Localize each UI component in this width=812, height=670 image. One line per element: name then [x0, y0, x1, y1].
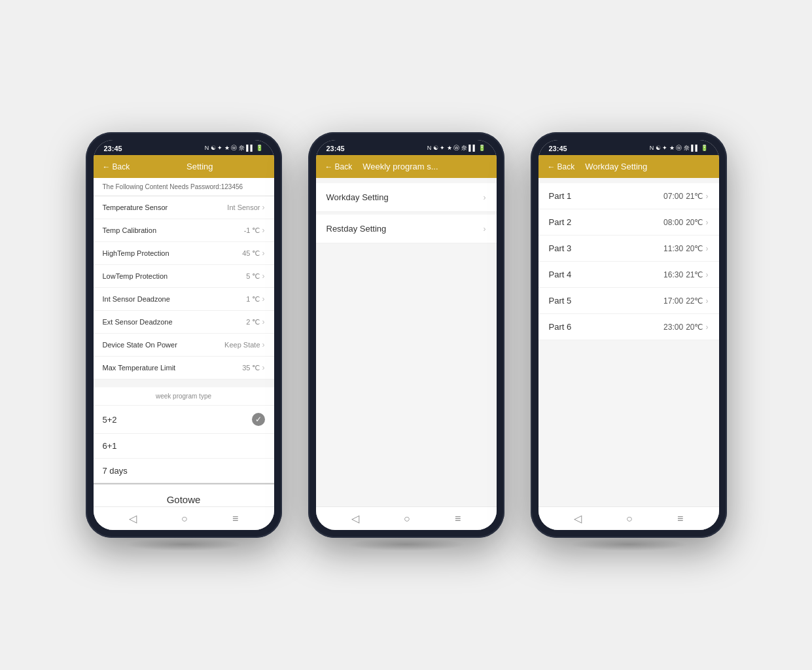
chevron-4: › — [262, 294, 265, 304]
setting-value-1: -1 ℃ › — [244, 226, 265, 235]
part-value-0: 07:00 21℃ › — [663, 192, 708, 201]
nav-menu-3[interactable]: ≡ — [677, 513, 683, 525]
part-item-0[interactable]: Part 1 07:00 21℃ › — [538, 183, 719, 209]
phone-1-screen: 23:45 N ☯ ✦ ★ ⓦ 奈 ▌▌ 🔋 ← Back Setting Th… — [94, 140, 274, 530]
chevron-0: › — [262, 203, 265, 212]
part-value-5: 23:00 20℃ › — [663, 323, 708, 332]
setting-temperature-sensor[interactable]: Temperature Sensor Int Sensor › — [94, 196, 274, 219]
part-chevron-2: › — [706, 244, 709, 253]
app-header-2: ← Back Weekly program s... — [316, 155, 497, 178]
week-option-2[interactable]: 7 days — [94, 459, 274, 484]
setting-value-0: Int Sensor › — [227, 203, 264, 212]
week-option-0[interactable]: 5+2 ✓ — [94, 406, 274, 434]
screen-content-1: The Following Content Needs Password:123… — [94, 178, 274, 506]
gotowe-button[interactable]: Gotowe — [94, 484, 274, 506]
part-item-1[interactable]: Part 2 08:00 20℃ › — [538, 209, 719, 236]
nav-menu-2[interactable]: ≡ — [455, 513, 461, 525]
back-label-3: Back — [557, 162, 575, 171]
phone-1: 23:45 N ☯ ✦ ★ ⓦ 奈 ▌▌ 🔋 ← Back Setting Th… — [86, 132, 282, 538]
part-item-4[interactable]: Part 5 17:00 22℃ › — [538, 288, 719, 314]
menu-workday-label: Workday Setting — [327, 192, 389, 202]
part-item-5[interactable]: Part 6 23:00 20℃ › — [538, 314, 719, 340]
setting-value-6: Keep State › — [224, 340, 264, 349]
back-button-2[interactable]: ← Back — [325, 162, 353, 171]
part-chevron-4: › — [706, 296, 709, 306]
screen-content-2: Workday Setting › Restday Setting › — [316, 178, 497, 506]
nav-home-2[interactable]: ○ — [404, 513, 410, 525]
back-arrow-3: ← — [548, 162, 556, 171]
status-bar-1: 23:45 N ☯ ✦ ★ ⓦ 奈 ▌▌ 🔋 — [94, 140, 274, 155]
page-title-2: Weekly program s... — [362, 162, 487, 171]
setting-label-5: Ext Sensor Deadzone — [103, 318, 173, 326]
status-icons-3: N ☯ ✦ ★ ⓦ 奈 ▌▌ 🔋 — [650, 144, 709, 152]
time-3: 23:45 — [549, 145, 567, 152]
part-item-3[interactable]: Part 4 16:30 21℃ › — [538, 262, 719, 288]
back-button-1[interactable]: ← Back — [103, 162, 130, 171]
app-header-3: ← Back Workday Setting — [538, 155, 719, 178]
screen-content-3: Part 1 07:00 21℃ › Part 2 08:00 20℃ › — [538, 178, 719, 506]
part-value-1: 08:00 20℃ › — [663, 218, 708, 227]
part-value-2: 11:30 20℃ › — [663, 244, 708, 253]
part-value-4: 17:00 22℃ › — [663, 296, 708, 306]
part-chevron-5: › — [706, 323, 709, 332]
setting-label-3: LowTemp Protection — [103, 272, 168, 280]
setting-label-6: Device State On Power — [103, 341, 177, 349]
part-label-0: Part 1 — [549, 191, 572, 201]
back-arrow-2: ← — [325, 162, 333, 171]
part-chevron-0: › — [706, 192, 709, 201]
setting-ext-sensor-deadzone[interactable]: Ext Sensor Deadzone 2 ℃ › — [94, 311, 274, 334]
nav-home-1[interactable]: ○ — [181, 513, 188, 525]
phone-2: 23:45 N ☯ ✦ ★ ⓦ 奈 ▌▌ 🔋 ← Back Weekly pro… — [308, 132, 504, 538]
nav-home-3[interactable]: ○ — [626, 513, 633, 525]
part-chevron-3: › — [706, 270, 709, 279]
settings-list: Temperature Sensor Int Sensor › Temp Cal… — [94, 196, 274, 379]
back-label-2: Back — [335, 162, 353, 171]
setting-value-7: 35 ℃ › — [242, 363, 264, 372]
part-item-2[interactable]: Part 3 11:30 20℃ › — [538, 236, 719, 262]
password-notice: The Following Content Needs Password:123… — [94, 178, 274, 196]
menu-restday-setting[interactable]: Restday Setting › — [316, 215, 497, 243]
page-title-1: Setting — [135, 162, 264, 171]
setting-device-state[interactable]: Device State On Power Keep State › — [94, 334, 274, 357]
time-1: 23:45 — [104, 145, 122, 152]
setting-temp-calibration[interactable]: Temp Calibration -1 ℃ › — [94, 219, 274, 242]
week-option-label-2: 7 days — [103, 466, 128, 476]
setting-label-4: Int Sensor Deadzone — [103, 295, 170, 303]
nav-back-1[interactable]: ◁ — [129, 512, 137, 525]
week-section-title: week program type — [94, 387, 274, 406]
nav-menu-1[interactable]: ≡ — [232, 513, 238, 525]
part-chevron-1: › — [706, 218, 709, 227]
status-icons-1: N ☯ ✦ ★ ⓦ 奈 ▌▌ 🔋 — [205, 144, 264, 152]
setting-value-5: 2 ℃ › — [246, 317, 264, 326]
part-label-3: Part 4 — [549, 270, 572, 279]
status-icons-2: N ☯ ✦ ★ ⓦ 奈 ▌▌ 🔋 — [427, 144, 486, 152]
nav-back-3[interactable]: ◁ — [574, 512, 582, 525]
setting-hightemp-protection[interactable]: HighTemp Protection 45 ℃ › — [94, 242, 274, 265]
setting-int-sensor-deadzone[interactable]: Int Sensor Deadzone 1 ℃ › — [94, 288, 274, 311]
menu-workday-setting[interactable]: Workday Setting › — [316, 183, 497, 212]
bottom-nav-1: ◁ ○ ≡ — [94, 506, 274, 530]
app-header-1: ← Back Setting — [94, 155, 274, 178]
week-option-label-0: 5+2 — [103, 415, 117, 425]
chevron-5: › — [262, 317, 265, 326]
week-option-label-1: 6+1 — [103, 441, 117, 451]
phone-3: 23:45 N ☯ ✦ ★ ⓦ 奈 ▌▌ 🔋 ← Back Workday Se… — [531, 132, 727, 538]
setting-label-2: HighTemp Protection — [103, 249, 169, 257]
week-option-1[interactable]: 6+1 — [94, 434, 274, 459]
phones-container: 23:45 N ☯ ✦ ★ ⓦ 奈 ▌▌ 🔋 ← Back Setting Th… — [86, 132, 727, 538]
menu-chevron-0: › — [484, 193, 486, 202]
setting-value-4: 1 ℃ › — [246, 294, 264, 304]
phone-2-screen: 23:45 N ☯ ✦ ★ ⓦ 奈 ▌▌ 🔋 ← Back Weekly pro… — [316, 140, 497, 530]
part-label-1: Part 2 — [549, 217, 572, 227]
setting-label-0: Temperature Sensor — [103, 203, 168, 211]
chevron-2: › — [262, 249, 265, 258]
nav-back-2[interactable]: ◁ — [351, 512, 359, 525]
setting-label-1: Temp Calibration — [103, 226, 157, 234]
chevron-6: › — [262, 340, 265, 349]
back-button-3[interactable]: ← Back — [548, 162, 575, 171]
back-label-1: Back — [113, 162, 130, 171]
time-2: 23:45 — [327, 145, 345, 152]
setting-max-temp-limit[interactable]: Max Temperature Limit 35 ℃ › — [94, 357, 274, 379]
setting-value-3: 5 ℃ › — [246, 272, 264, 281]
setting-lowtemp-protection[interactable]: LowTemp Protection 5 ℃ › — [94, 265, 274, 288]
